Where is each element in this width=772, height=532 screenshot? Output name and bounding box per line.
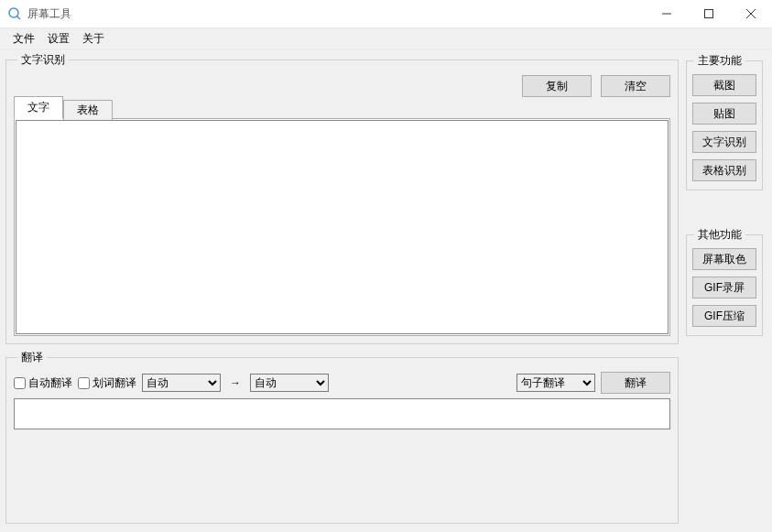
auto-translate-checkbox[interactable]: 自动翻译 (14, 375, 72, 391)
ocr-tab-body (14, 118, 670, 336)
source-lang-select[interactable]: 自动 (142, 374, 221, 392)
translate-button[interactable]: 翻译 (601, 372, 670, 394)
sidebar: 主要功能 截图 贴图 文字识别 表格识别 其他功能 屏幕取色 GIF录屏 GIF… (684, 49, 772, 532)
gif-record-button[interactable]: GIF录屏 (692, 277, 756, 299)
translate-result-textarea[interactable] (14, 398, 670, 429)
tab-table[interactable]: 表格 (63, 100, 113, 120)
close-button[interactable] (730, 0, 772, 27)
main-functions-legend: 主要功能 (694, 53, 745, 69)
other-functions-group: 其他功能 屏幕取色 GIF录屏 GIF压缩 (686, 227, 763, 336)
select-translate-label: 划词翻译 (92, 375, 136, 391)
tab-text[interactable]: 文字 (14, 96, 63, 119)
menu-bar: 文件 设置 关于 (0, 27, 772, 49)
ocr-textarea[interactable] (16, 120, 669, 334)
table-ocr-button[interactable]: 表格识别 (692, 159, 756, 181)
ocr-group-legend: 文字识别 (17, 52, 69, 68)
title-bar: 屏幕工具 (0, 0, 772, 27)
select-translate-checkbox[interactable]: 划词翻译 (78, 375, 136, 391)
ocr-group: 文字识别 复制 清空 文字 表格 (5, 52, 679, 344)
client-area: 文字识别 复制 清空 文字 表格 翻译 自动翻译 (0, 49, 772, 532)
auto-translate-input[interactable] (14, 377, 26, 389)
app-icon (7, 6, 22, 21)
translate-group: 翻译 自动翻译 划词翻译 自动 → 自动 句子 (5, 350, 679, 524)
copy-button[interactable]: 复制 (522, 75, 592, 97)
main-functions-group: 主要功能 截图 贴图 文字识别 表格识别 (686, 53, 763, 190)
window-title: 屏幕工具 (27, 6, 71, 22)
color-picker-button[interactable]: 屏幕取色 (692, 248, 756, 270)
svg-rect-3 (705, 10, 713, 18)
select-translate-input[interactable] (78, 377, 90, 389)
gif-compress-button[interactable]: GIF压缩 (692, 305, 756, 327)
window-controls (646, 0, 772, 27)
translate-group-legend: 翻译 (17, 350, 47, 365)
clear-button[interactable]: 清空 (601, 75, 670, 97)
minimize-button[interactable] (646, 0, 688, 27)
maximize-button[interactable] (688, 0, 730, 27)
ocr-tabstrip: 文字 表格 (14, 99, 670, 119)
translate-mode-select[interactable]: 句子翻译 (516, 374, 595, 392)
screenshot-button[interactable]: 截图 (692, 74, 756, 96)
svg-line-1 (17, 16, 21, 20)
other-functions-legend: 其他功能 (694, 227, 745, 243)
auto-translate-label: 自动翻译 (28, 375, 72, 391)
menu-file[interactable]: 文件 (13, 31, 35, 47)
pin-image-button[interactable]: 贴图 (692, 103, 756, 125)
menu-about[interactable]: 关于 (82, 31, 104, 47)
text-ocr-button[interactable]: 文字识别 (692, 131, 756, 153)
arrow-icon: → (226, 376, 245, 389)
menu-settings[interactable]: 设置 (48, 31, 70, 47)
target-lang-select[interactable]: 自动 (250, 374, 329, 392)
